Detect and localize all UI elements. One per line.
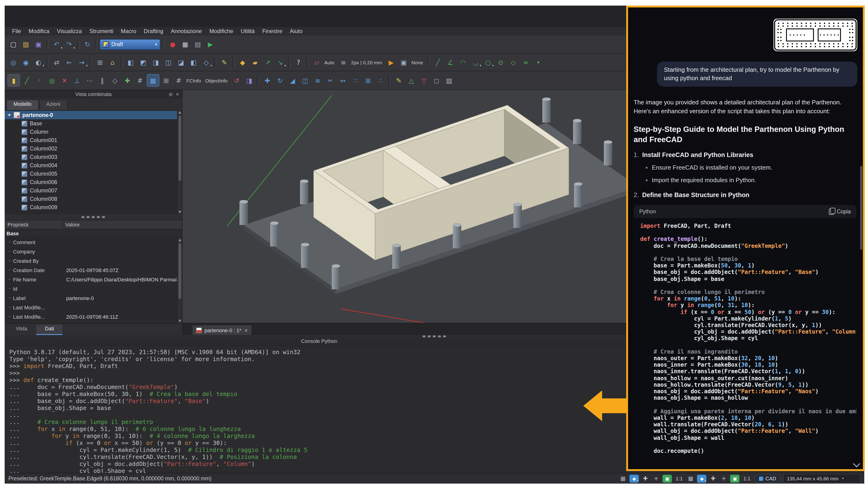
menu-drafting[interactable]: Drafting [140, 28, 167, 34]
trim-icon[interactable]: ✂ [324, 74, 336, 86]
upgrade-icon[interactable]: △ [406, 74, 417, 86]
units-icon[interactable]: ▣ [662, 475, 672, 482]
close-panel-icon[interactable]: ✕ [176, 92, 179, 97]
edit-icon[interactable]: ✎ [393, 74, 405, 86]
snap-endpoint-icon[interactable]: ╱ [21, 74, 33, 86]
property-value[interactable]: partenone-0 [64, 295, 182, 301]
array-icon[interactable]: ⊞ [362, 74, 374, 86]
scroll-down-icon[interactable] [853, 460, 860, 467]
draft-ellipse-icon[interactable]: ⊙ [495, 56, 506, 68]
new-document-icon[interactable]: ▢ [7, 38, 19, 50]
tab-azioni[interactable]: Azioni [39, 100, 67, 110]
snap-parallel-icon[interactable]: ∥ [96, 74, 108, 86]
open-icon[interactable]: ▨ [20, 38, 32, 50]
panel-splitter[interactable] [5, 214, 182, 220]
whats-this-icon[interactable]: ? [292, 56, 304, 68]
draft-circle-icon[interactable]: ○▾ [482, 56, 494, 68]
autogroup-icon[interactable]: ▣ [398, 56, 409, 68]
draft-arc-icon[interactable]: ◡▾ [470, 56, 481, 68]
tree-item-base[interactable]: Base [5, 119, 182, 128]
clone-icon[interactable]: ∷ [350, 74, 361, 86]
draft-polygon-icon[interactable]: ◇ [507, 56, 519, 68]
macro-record-icon[interactable]: ● [167, 38, 179, 50]
chat-scrollbar[interactable] [860, 166, 862, 250]
link-replace-icon[interactable]: ↘▾ [274, 56, 286, 68]
float-panel-icon[interactable]: ⊞ [169, 92, 173, 97]
snap-lock-icon[interactable]: ▮ [7, 74, 20, 87]
add-mode-icon[interactable]: + [720, 474, 728, 483]
downgrade-icon[interactable]: ▽ [418, 74, 430, 86]
nav-forward-icon[interactable]: →▾ [76, 56, 88, 68]
cad-navigation-button[interactable]: CAD [754, 474, 781, 483]
property-value[interactable]: 2025-01-09T08:46:11Z [64, 314, 182, 320]
document-tab[interactable]: partenone-0 : 1* ✕ [192, 325, 252, 335]
tree-scrollbar[interactable]: ▲ ▼ [177, 110, 182, 214]
working-plane-icon[interactable]: ▱ [311, 56, 322, 68]
hatch-icon[interactable]: ▨ [443, 74, 455, 86]
properties-scrollbar[interactable]: ▲ ▼ [177, 238, 182, 323]
menu-annotazione[interactable]: Annotazione [167, 28, 206, 34]
grid-small-icon[interactable]: ▦ [686, 474, 695, 483]
menu-modifiche[interactable]: Modifiche [206, 28, 237, 34]
box-zoom-icon[interactable]: ⊞ [94, 56, 106, 68]
line-width-icon[interactable]: ≡ [338, 56, 349, 68]
tree-item-column003[interactable]: Column003 [5, 153, 182, 161]
menu-aiuto[interactable]: Aiuto [286, 28, 306, 34]
nav-style-icon[interactable]: ◆▾ [697, 475, 707, 482]
cursor-mode-icon[interactable]: ✚ [641, 474, 650, 483]
working-plane-view-icon[interactable]: ⊞ [160, 74, 172, 86]
menu-file[interactable]: File [8, 28, 25, 34]
menu-modifica[interactable]: Modifica [25, 28, 53, 34]
menu-visualizza[interactable]: Visualizza [53, 28, 86, 34]
menu-strumenti[interactable]: Strumenti [86, 28, 117, 34]
draw-style-icon[interactable]: ◐▾ [33, 56, 44, 68]
save-icon[interactable]: ▣ [33, 38, 44, 50]
property-row[interactable]: Created By [5, 256, 182, 266]
nav-back-icon[interactable]: ← [63, 56, 75, 68]
snap-special-icon[interactable]: ◇ [109, 74, 121, 86]
property-row[interactable]: File NameC:/Users/Filippo Diara/Desktop/… [5, 275, 182, 284]
zoom-selection-icon[interactable]: ◉ [20, 56, 32, 68]
rotate-icon[interactable]: ↻ [274, 74, 286, 86]
grid-small-icon[interactable]: ▦ [619, 474, 627, 483]
draft-bspline-icon[interactable]: ≈ [520, 56, 532, 68]
mirror-icon[interactable]: ◫ [299, 74, 311, 86]
tree-item-column007[interactable]: Column007 [5, 186, 182, 195]
tree-item-column008[interactable]: Column008 [5, 195, 182, 203]
tree-item-column001[interactable]: Column001 [5, 136, 182, 145]
stretch-icon[interactable]: ↔ [337, 74, 349, 86]
cursor-mode-icon[interactable]: ✚ [709, 474, 717, 483]
snap-near-icon[interactable]: ✚ [122, 74, 133, 86]
path-array-icon[interactable]: ∴ [375, 74, 386, 86]
expander-icon[interactable] [7, 114, 11, 116]
workbench-selector[interactable]: Draft▾ [100, 39, 160, 50]
shape2d-icon[interactable]: ◻ [431, 74, 442, 86]
properties-group[interactable]: Base [5, 229, 182, 238]
view-bottom-icon[interactable]: ◪ [175, 56, 187, 68]
property-row[interactable]: Comment [5, 238, 182, 247]
tree-item-column009[interactable]: Column009 [5, 203, 182, 212]
tree-item-column005[interactable]: Column005 [5, 170, 182, 178]
tab-vista[interactable]: Vista [7, 325, 36, 335]
close-tab-icon[interactable]: ✕ [244, 328, 248, 333]
grid-snap-icon[interactable]: # [173, 74, 185, 86]
dimensions-dropdown[interactable]: 135,44 mm x 45,66 mm▾ [783, 474, 861, 483]
snap-center-icon[interactable]: ◎ [46, 74, 58, 86]
fit-all-icon[interactable]: ◎ [7, 56, 19, 68]
snap-midpoint-icon[interactable]: ◦ [34, 74, 45, 86]
units-icon[interactable]: ▣ [730, 475, 740, 482]
heal-icon[interactable]: ↺ [231, 74, 243, 86]
toggle-grid-icon[interactable]: ▦ [147, 74, 159, 87]
scale-icon[interactable]: ◢ [287, 74, 299, 86]
move-icon[interactable]: ✚ [261, 74, 273, 86]
nav-style-icon[interactable]: ◆▾ [629, 475, 639, 482]
view-left-icon[interactable]: ◧ [188, 56, 199, 68]
add-mode-icon[interactable]: + [652, 474, 660, 483]
offset-icon[interactable]: ≡ [312, 74, 323, 86]
view-axonometric-icon[interactable]: ◇▾ [200, 56, 212, 68]
redo-icon[interactable]: ↷▾ [63, 38, 75, 50]
part-create-icon[interactable]: ◆ [237, 56, 248, 68]
draft-polyline-icon[interactable]: ∠ [444, 56, 456, 68]
view-right-icon[interactable]: ◨ [150, 56, 162, 68]
snap-angle-icon[interactable]: ✕ [59, 74, 70, 86]
